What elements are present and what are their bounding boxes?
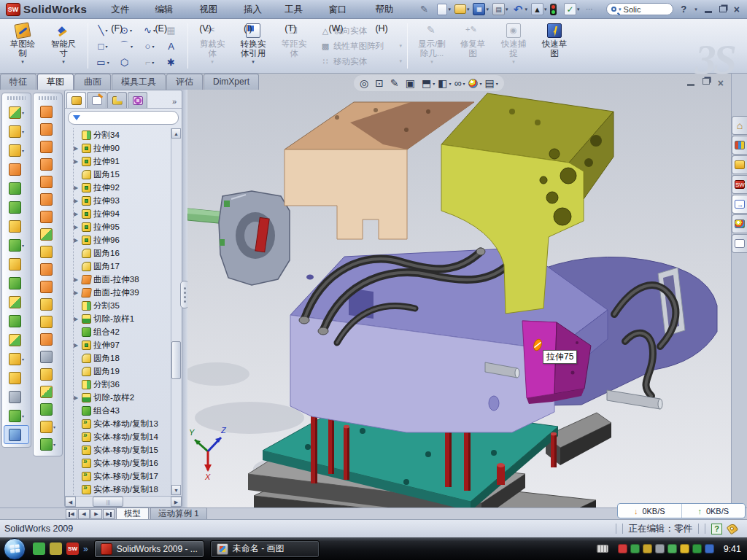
lofted-surface-icon[interactable]: ▾ — [34, 155, 62, 173]
dropdown-arrow-icon[interactable]: ▾ — [462, 81, 465, 86]
tree-item[interactable]: ▶ 拉伸93 — [74, 194, 170, 207]
scroll-thumb[interactable] — [171, 341, 181, 379]
smart-dimension-button[interactable]: 智能尺 寸 ▾ — [43, 21, 84, 71]
sync-blocked-icon[interactable] — [705, 544, 714, 553]
last-tab-button[interactable]: ▶ — [103, 509, 115, 519]
ellipse-tool[interactable]: ○ ▾ — [138, 38, 161, 54]
quick-tips-icon[interactable]: ? — [711, 524, 722, 534]
search-dropdown-icon[interactable]: ▾ — [619, 7, 622, 12]
tree-item[interactable]: ▶ 圆角19 — [74, 365, 170, 378]
cylinder-icon[interactable]: ▾ — [34, 400, 62, 418]
expand-arrow-icon[interactable]: ▶ — [74, 394, 80, 401]
tree-item[interactable]: ▶ 实体-移动/复制17 — [74, 470, 170, 483]
ribbon-tab[interactable]: 评估 — [166, 74, 203, 90]
custom-properties-tab[interactable] — [732, 234, 747, 253]
wedge-cut-icon[interactable]: ▾ — [2, 198, 31, 217]
dropdown-arrow-icon[interactable]: ▾ — [486, 7, 489, 12]
dropdown-arrow-icon[interactable]: ▾ — [53, 442, 55, 447]
tree-item[interactable]: ▶ 曲面-拉伸38 — [74, 273, 170, 286]
sketch-dropdown-icon[interactable]: ▾ — [34, 418, 62, 435]
taskbar-window-button[interactable]: 未命名 - 画图 — [210, 540, 320, 558]
ribbon-tab[interactable]: 特征 — [0, 74, 36, 90]
scroll-right-icon[interactable]: ▶ — [171, 497, 182, 507]
panel-splitter[interactable] — [182, 90, 187, 508]
tree-item[interactable]: ▶ 拉伸91 — [74, 155, 170, 168]
solidworks-quick-icon[interactable]: SW — [66, 542, 79, 555]
dropdown-arrow-icon[interactable]: ▾ — [21, 59, 24, 65]
toolbar-grip[interactable] — [7, 96, 26, 100]
dropdown-arrow-icon[interactable]: ▾ — [433, 81, 435, 86]
tree-item[interactable]: ▶ 组合42 — [74, 325, 170, 338]
design-checker-icon[interactable]: ✓ ▾ — [562, 1, 581, 18]
view-palette-tab[interactable] — [732, 195, 747, 214]
dropdown-arrow-icon[interactable]: ▾ — [399, 58, 402, 64]
dropdown-arrow-icon[interactable]: ▾ — [544, 7, 547, 12]
help-button[interactable]: ? — [681, 4, 686, 15]
expand-arrow-icon[interactable]: ▶ — [74, 224, 80, 230]
tree-item[interactable]: ▶ 拉伸94 — [74, 207, 170, 220]
print-icon[interactable]: ▤ ▾ — [491, 1, 510, 18]
expand-arrow-icon[interactable]: ▶ — [74, 158, 80, 165]
point-tool[interactable]: ✱ ▾ — [161, 54, 185, 70]
misc-tool-icon[interactable]: ⋯ ▾ — [582, 1, 601, 18]
tree-item[interactable]: ▶ 切除-放样1 — [74, 312, 170, 325]
search-input[interactable]: Solic — [624, 5, 641, 14]
polygon-tool[interactable]: ⬡ ▾ — [115, 54, 138, 70]
open-file-icon[interactable]: ▾ — [453, 1, 471, 18]
appearances-tab[interactable] — [732, 214, 747, 233]
dropdown-arrow-icon[interactable]: ▾ — [22, 243, 24, 248]
save-icon[interactable]: ▦ ▾ — [471, 1, 490, 18]
delete-face-icon[interactable]: ▾ — [34, 278, 62, 295]
tree-item[interactable]: ▶ 组合43 — [74, 404, 170, 417]
sketch-fillet-tool[interactable]: ⌐ ▾ — [138, 54, 161, 70]
new-file-icon[interactable]: ▾ — [436, 1, 452, 18]
extruded-surface-icon[interactable]: ▾ — [34, 138, 62, 155]
scroll-up-icon[interactable]: ▲ — [171, 128, 181, 139]
certificate-icon[interactable] — [643, 544, 652, 553]
launcher-icon[interactable] — [50, 542, 62, 555]
start-button[interactable] — [4, 538, 26, 560]
menu-item[interactable]: 帮助(H) — [367, 0, 411, 19]
dropdown-arrow-icon[interactable]: ▾ — [506, 7, 508, 12]
panel-overflow-chevron[interactable]: » — [172, 97, 180, 108]
construction-line-icon[interactable]: ▾ — [2, 387, 31, 406]
curve-dropdown-icon[interactable]: ▾ — [34, 435, 62, 453]
expand-arrow-icon[interactable]: ▶ — [74, 342, 80, 349]
tree-item[interactable]: ▶ 圆角17 — [74, 260, 170, 273]
curve-tool-icon[interactable]: ▾ — [2, 406, 31, 425]
taskbar-clock[interactable]: 9:41 — [724, 544, 741, 554]
dropdown-arrow-icon[interactable]: ▾ — [105, 44, 107, 49]
fillet-icon[interactable]: ▾ — [2, 141, 31, 160]
hole-wizard-icon[interactable]: ▾ — [2, 217, 31, 236]
file-explorer-tab[interactable] — [732, 155, 747, 174]
tree-item[interactable]: ▶ 拉伸95 — [74, 220, 170, 233]
sketch-star-icon[interactable]: ▾ — [2, 349, 31, 368]
search-box[interactable]: ▾ Solic — [606, 3, 673, 15]
rotated-plane-icon[interactable]: ▾ — [34, 190, 62, 208]
combine-bodies-icon[interactable]: ▾ — [2, 311, 31, 330]
document-tab[interactable]: 运动算例 1 — [150, 508, 207, 519]
tree-item[interactable]: ▶ 分割36 — [74, 378, 170, 391]
traffic-light-icon[interactable]: ▾ — [549, 1, 562, 18]
extruded-boss-icon[interactable]: ▾ — [2, 122, 31, 141]
volume-icon[interactable] — [655, 544, 665, 553]
copy-bodies-icon[interactable]: ▾ — [34, 243, 62, 260]
tree-item[interactable]: ▶ 圆角16 — [74, 246, 170, 260]
dropdown-arrow-icon[interactable]: ▾ — [130, 28, 132, 33]
dropdown-arrow-icon[interactable]: ▾ — [496, 81, 498, 86]
dropdown-arrow-icon[interactable]: ▾ — [467, 7, 470, 12]
ribbon-tab[interactable]: 草图 — [37, 74, 74, 90]
tree-horizontal-scrollbar[interactable]: ◀ ▶ — [65, 496, 182, 507]
convert-entities-button[interactable]: 转换实 体引用 ▾ — [233, 21, 274, 71]
configuration-manager-tab[interactable] — [107, 92, 127, 108]
menu-item[interactable]: 视图(V) — [191, 0, 236, 19]
feature-tree-tab[interactable] — [66, 92, 86, 108]
dropdown-arrow-icon[interactable]: ▾ — [211, 59, 214, 65]
edit-appearance-icon[interactable]: ▾ — [468, 79, 481, 88]
tree-item[interactable]: ▶ 拉伸90 — [74, 141, 170, 155]
rib-icon[interactable]: ▾ — [2, 254, 31, 273]
plane-tool-icon[interactable]: ▾ — [2, 368, 31, 387]
scroll-thumb[interactable] — [93, 497, 123, 507]
first-tab-button[interactable]: ◀ — [66, 509, 77, 519]
dropdown-arrow-icon[interactable]: ▾ — [105, 28, 107, 33]
